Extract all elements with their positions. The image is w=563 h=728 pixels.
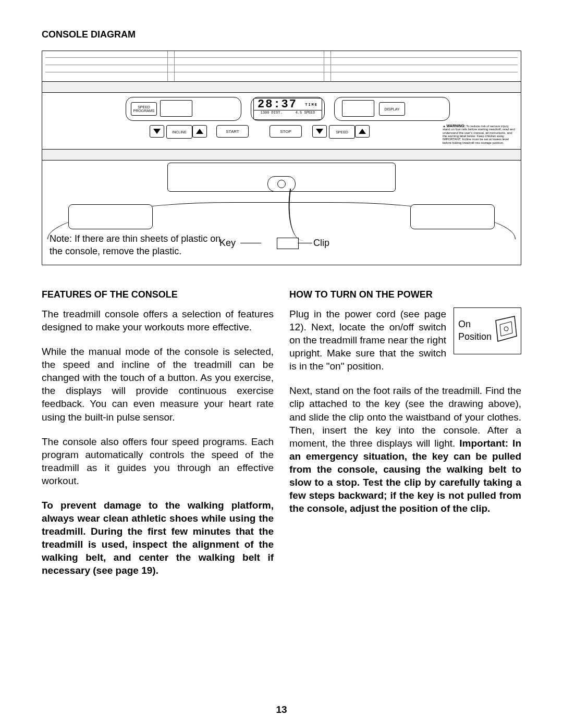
- lcd-time-unit: TIME: [305, 103, 318, 107]
- lcd-speed-unit: SPEED: [304, 110, 315, 115]
- lcd-dist-unit: DIST.: [272, 110, 283, 115]
- svg-point-2: [504, 327, 508, 331]
- main-lcd: 28:37 TIME 1309 DIST. 4.5 SPEED: [253, 98, 322, 120]
- clip-icon: [277, 238, 299, 249]
- incline-label: INCLINE: [166, 125, 192, 139]
- section-heading-features: FEATURES OF THE CONSOLE: [42, 289, 274, 300]
- stop-button[interactable]: STOP: [270, 125, 302, 138]
- section-heading-power: HOW TO TURN ON THE POWER: [289, 289, 521, 300]
- right-mini-display: [342, 100, 374, 117]
- svg-marker-1: [500, 322, 512, 336]
- features-body: The treadmill console offers a selection…: [42, 307, 274, 577]
- lcd-dist-value: 1309: [261, 110, 270, 115]
- incline-down-button[interactable]: [150, 125, 164, 138]
- speed-programs-button[interactable]: SPEED PROGRAMS: [131, 102, 157, 116]
- display-button[interactable]: DISPLAY: [379, 102, 405, 116]
- lcd-speed-value: 4.5: [296, 110, 302, 115]
- start-button[interactable]: START: [216, 125, 249, 138]
- console-diagram-figure: SPEED PROGRAMS 28:37 TIME 1309 DIST. 4.5…: [42, 51, 521, 265]
- svg-marker-0: [496, 316, 517, 341]
- speed-label: SPEED: [329, 125, 355, 139]
- console-top-tray: [42, 51, 521, 82]
- diagram-note: Note: If there are thin sheets of plasti…: [50, 233, 227, 257]
- console-trim: [42, 82, 521, 93]
- on-position-figure: On Position: [454, 307, 521, 354]
- console-controls: SPEED PROGRAMS 28:37 TIME 1309 DIST. 4.5…: [42, 93, 521, 150]
- warning-text: ▲ WARNING: To reduce risk of serious inj…: [443, 124, 516, 144]
- console-handle-area: Key Clip Note: If there are thin sheets …: [42, 161, 521, 265]
- power-switch-icon: [491, 315, 518, 347]
- right-hand-grip: [410, 204, 495, 229]
- speed-up-button[interactable]: [355, 125, 370, 138]
- power-body: On Position Plug in the power cord (see …: [289, 307, 521, 515]
- speed-down-button[interactable]: [312, 125, 327, 138]
- left-hand-grip: [68, 204, 153, 229]
- clip-callout-label: Clip: [313, 238, 329, 249]
- page-number: 13: [0, 704, 563, 715]
- incline-up-button[interactable]: [192, 125, 207, 138]
- lcd-time-value: 28:37: [258, 98, 297, 111]
- left-mini-display: [160, 100, 192, 117]
- section-heading-console-diagram: CONSOLE DIAGRAM: [42, 29, 521, 40]
- console-lower-trim: [42, 150, 521, 161]
